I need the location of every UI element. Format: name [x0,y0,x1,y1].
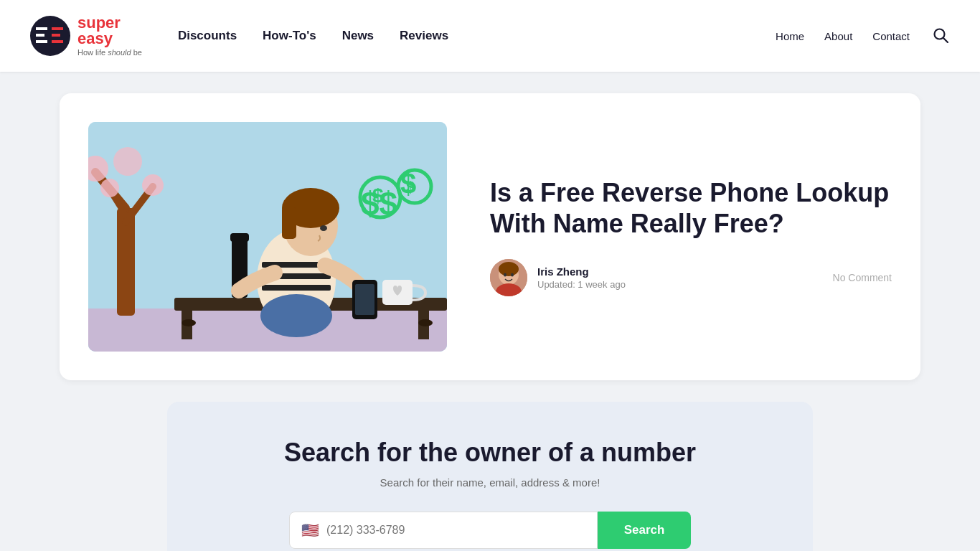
nav-item-discounts[interactable]: Discounts [178,29,237,43]
svg-point-18 [113,147,142,176]
phone-input[interactable] [326,512,585,548]
svg-point-23 [418,319,433,326]
svg-line-8 [943,38,948,42]
svg-rect-25 [230,233,249,242]
svg-text:$: $ [406,178,415,196]
svg-point-34 [320,225,327,231]
nav-item-news[interactable]: News [342,29,374,43]
author-avatar [490,259,527,296]
author-row: Iris Zheng Updated: 1 week ago No Commen… [490,259,892,296]
logo-text-area: super easy How life should be [77,15,142,57]
search-icon [933,27,948,43]
svg-rect-5 [52,34,60,37]
article-card: $$ $ $ $ Is a Free Reverse Phone Lookup … [60,93,920,380]
svg-rect-29 [262,285,331,291]
phone-input-wrapper: 🇺🇸 [289,512,598,549]
logo-icon [29,14,72,57]
nav-item-howtos[interactable]: How-To's [263,29,316,43]
nav-item-contact[interactable]: Contact [872,30,910,42]
author-name: Iris Zheng [537,265,823,278]
search-button[interactable]: Search [598,512,691,549]
logo-link[interactable]: super easy How life should be [29,14,142,57]
page-wrapper: $$ $ $ $ Is a Free Reverse Phone Lookup … [31,72,949,551]
logo-tagline: How life should be [77,48,142,57]
nav-item-reviews[interactable]: Reviews [400,29,448,43]
us-flag-icon: 🇺🇸 [301,522,319,539]
main-nav: Discounts How-To's News Reviews [178,29,776,43]
article-title: Is a Free Reverse Phone Lookup With Name… [490,177,892,239]
article-image: $$ $ $ $ [88,122,447,352]
search-input-row: 🇺🇸 Search [289,512,691,549]
svg-rect-4 [52,27,63,30]
svg-point-48 [504,273,507,277]
svg-rect-1 [36,27,47,30]
author-info: Iris Zheng Updated: 1 week ago [537,265,823,290]
search-icon-button[interactable] [930,24,951,48]
svg-point-49 [511,273,514,277]
logo-brand2: easy [77,31,142,47]
article-content: Is a Free Reverse Phone Lookup With Name… [490,177,892,296]
nav-item-home[interactable]: Home [776,30,804,42]
search-widget-subtitle: Search for their name, email, address & … [196,476,784,489]
svg-rect-3 [36,40,47,43]
right-nav: Home About Contact [776,24,951,48]
no-comment: No Comment [833,272,892,283]
search-widget: Search for the owner of a number Search … [167,402,813,551]
svg-rect-33 [282,207,296,239]
svg-rect-2 [36,34,44,37]
site-header: super easy How life should be Discounts … [0,0,980,72]
svg-text:$: $ [372,184,384,207]
nav-item-about[interactable]: About [824,30,852,42]
logo-text: super easy [77,15,142,47]
svg-rect-6 [52,40,63,43]
svg-point-22 [182,319,196,326]
svg-point-16 [142,174,164,196]
search-widget-title: Search for the owner of a number [196,438,784,468]
svg-point-17 [100,179,119,197]
svg-rect-36 [355,284,374,315]
svg-point-46 [499,262,519,276]
svg-point-30 [260,294,332,337]
author-updated: Updated: 1 week ago [537,279,823,290]
